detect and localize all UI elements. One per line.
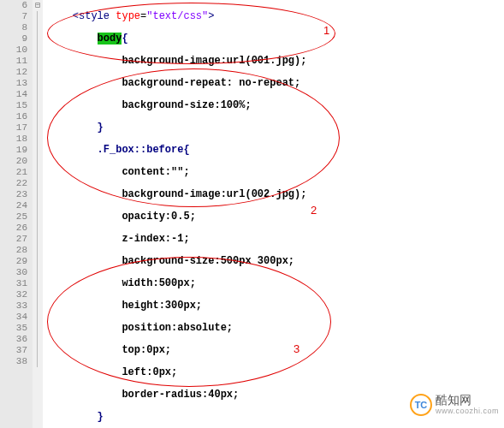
annotation-label-2: 2 <box>311 204 317 217</box>
watermark-logo: TC 酷知网 www.coozhi.com <box>410 394 499 416</box>
line-number-gutter: 6789101112131415161718192021222324252627… <box>0 0 33 428</box>
logo-icon: TC <box>410 394 432 416</box>
annotation-label-3: 3 <box>294 342 299 355</box>
fold-toggle-icon[interactable] <box>33 0 43 11</box>
code-editor: 6789101112131415161718192021222324252627… <box>0 0 504 428</box>
fold-gutter <box>33 0 43 428</box>
logo-url: www.coozhi.com <box>436 407 499 416</box>
annotation-label-1: 1 <box>323 24 329 37</box>
code-content[interactable]: <style type="text/css"> body{ background… <box>43 0 504 428</box>
logo-name: 酷知网 <box>436 394 499 407</box>
